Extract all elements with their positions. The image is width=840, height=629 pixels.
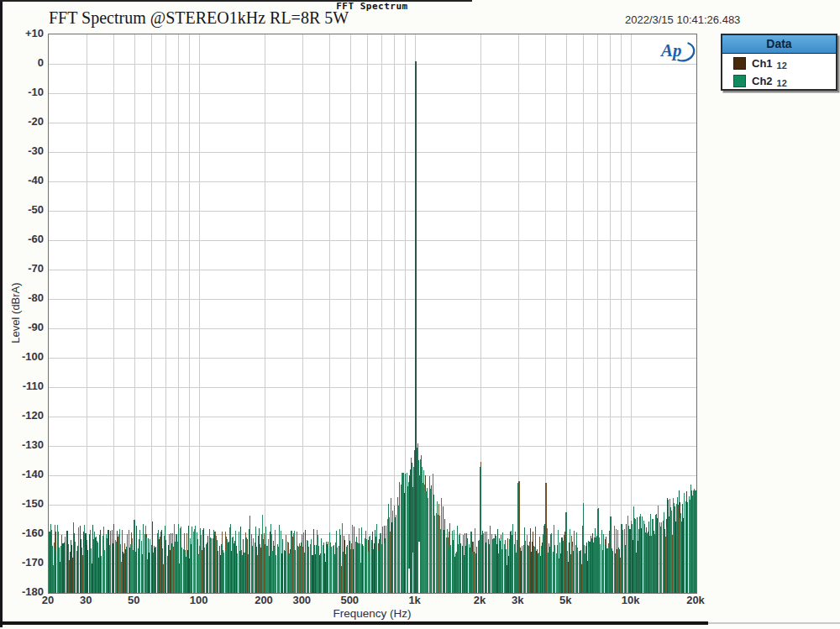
y-tick-label: -130 (3, 439, 44, 451)
ch2-value: 12 (777, 78, 787, 88)
ch2-label: Ch2 (752, 75, 773, 87)
chart-title: FFT Spectrum @STEREO1kHz RL=8R 5W (49, 8, 349, 28)
y-tick-label: -160 (3, 527, 44, 539)
y-tick-label: 0 (3, 57, 44, 69)
ch1-value: 12 (777, 60, 787, 71)
y-tick-label: -70 (3, 263, 44, 275)
y-tick-label: +10 (3, 28, 44, 39)
fft-report-page: FFT Spectrum FFT Spectrum @STEREO1kHz RL… (0, 0, 840, 629)
window-edge-left (0, 2, 3, 627)
y-tick-label: -30 (3, 145, 44, 157)
legend-box: Data Ch1 12 Ch2 12 (721, 34, 837, 91)
y-tick-label: -40 (3, 175, 44, 186)
x-tick-label: 300 (292, 594, 311, 606)
y-tick-label: -140 (3, 469, 44, 480)
y-tick-label: -90 (3, 322, 44, 333)
y-tick-label: -10 (3, 86, 44, 98)
x-tick-label: 1k (408, 594, 420, 606)
ch1-color-swatch (733, 57, 746, 70)
y-tick-label: -100 (3, 351, 44, 363)
x-tick-label: 500 (340, 594, 359, 606)
ap-logo-text: Ap (659, 40, 682, 60)
ap-logo-icon: Ap (657, 37, 696, 64)
x-tick-label: 5k (559, 594, 571, 606)
y-tick-label: -60 (3, 233, 44, 245)
y-tick-label: -170 (3, 557, 44, 569)
y-tick-label: -120 (3, 410, 44, 422)
x-tick-label: 30 (80, 594, 92, 606)
legend-header: Data (722, 35, 836, 54)
y-tick-label: -50 (3, 204, 44, 216)
x-axis-label: Frequency (Hz) (333, 607, 411, 620)
ch2-color-swatch (733, 75, 746, 87)
legend-item-ch2[interactable]: Ch2 12 (722, 71, 836, 89)
x-tick-label: 10k (622, 594, 640, 606)
window-edge-bottom-dark (0, 621, 708, 625)
y-tick-label: -80 (3, 292, 44, 304)
y-tick-label: -20 (3, 116, 44, 128)
x-tick-label: 50 (128, 594, 139, 606)
y-tick-label: -180 (3, 586, 44, 598)
x-tick-label: 2k (474, 594, 486, 606)
x-tick-label: 3k (512, 594, 523, 606)
y-tick-label: -110 (3, 380, 44, 392)
window-edge-bottom-light (708, 622, 840, 624)
timestamp: 2022/3/15 10:41:26.483 (625, 13, 740, 26)
x-tick-label: 20 (42, 594, 54, 606)
x-tick-label: 20k (686, 594, 705, 606)
x-tick-label: 100 (190, 594, 208, 606)
spectrum-svg (49, 34, 696, 593)
y-axis-label: Level (dBrA) (9, 275, 22, 351)
plot-area (48, 34, 697, 594)
x-tick-label: 200 (255, 594, 273, 606)
y-tick-label: -150 (3, 498, 44, 510)
ch1-label: Ch1 (752, 57, 773, 70)
legend-item-ch1[interactable]: Ch1 12 (722, 54, 836, 71)
